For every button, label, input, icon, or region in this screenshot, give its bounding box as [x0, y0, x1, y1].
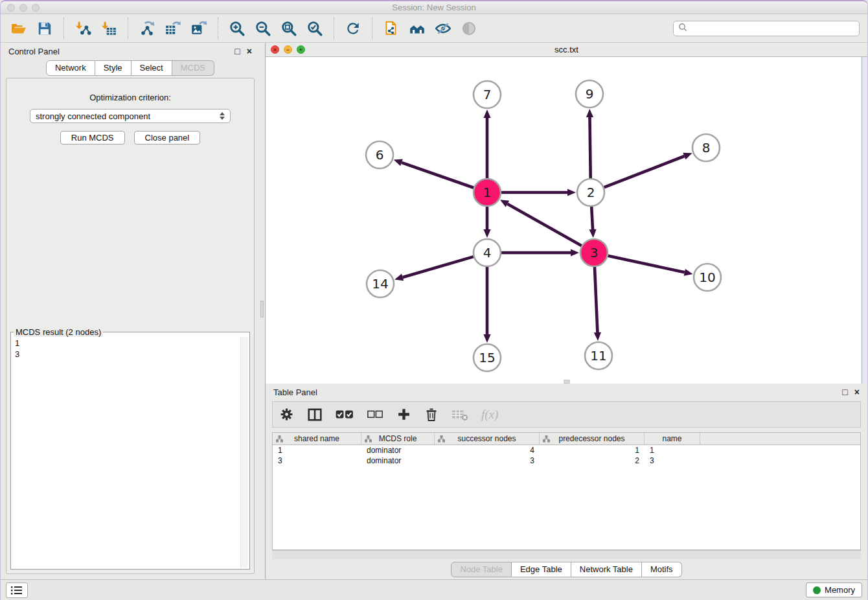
- edge-1-7[interactable]: [483, 110, 490, 178]
- node-14[interactable]: 14: [367, 270, 394, 297]
- column-header-shared-name[interactable]: shared name: [273, 433, 361, 444]
- edge-4-3[interactable]: [501, 249, 579, 256]
- float-table-panel-icon[interactable]: □: [842, 387, 847, 397]
- column-settings-gear-icon[interactable]: [279, 407, 294, 422]
- tab-select[interactable]: Select: [131, 60, 172, 76]
- import-table-icon[interactable]: [98, 17, 120, 40]
- edge-3-10[interactable]: [608, 256, 692, 276]
- hide-graphics-details-icon[interactable]: [432, 17, 454, 40]
- node-8[interactable]: 8: [692, 134, 720, 161]
- network-window-controls[interactable]: × − +: [271, 45, 305, 54]
- node-1[interactable]: 1: [474, 179, 501, 206]
- tab-edge-table[interactable]: Edge Table: [512, 562, 571, 577]
- run-mcds-button[interactable]: Run MCDS: [60, 131, 125, 144]
- table-cell[interactable]: dominator: [361, 456, 435, 465]
- column-tree-icon: [365, 435, 372, 444]
- edge-3-11[interactable]: [594, 267, 601, 341]
- float-panel-icon[interactable]: □: [234, 47, 240, 56]
- table-cell[interactable]: 3: [645, 456, 700, 465]
- column-header-successor-nodes[interactable]: successor nodes: [435, 433, 540, 444]
- memory-button[interactable]: Memory: [806, 583, 862, 597]
- node-2[interactable]: 2: [577, 179, 604, 206]
- tab-network[interactable]: Network: [46, 60, 95, 76]
- table-cell[interactable]: 3: [273, 456, 361, 465]
- tab-mcds[interactable]: MCDS: [172, 60, 214, 76]
- column-header-predecessor-nodes[interactable]: predecessor nodes: [540, 433, 645, 444]
- tab-style[interactable]: Style: [95, 60, 131, 76]
- zoom-fit-icon[interactable]: [278, 17, 300, 40]
- toggle-graphics-details-icon[interactable]: [458, 17, 480, 40]
- table-cell[interactable]: 4: [435, 446, 540, 455]
- edge-2-9[interactable]: [586, 109, 593, 178]
- node-3[interactable]: 3: [580, 239, 608, 266]
- close-window-button[interactable]: [7, 4, 15, 12]
- canvas-resize-grip[interactable]: [564, 380, 569, 384]
- save-session-icon[interactable]: [34, 17, 56, 40]
- close-panel-icon[interactable]: ×: [247, 47, 252, 56]
- split-view-icon[interactable]: [307, 407, 323, 422]
- node-4[interactable]: 4: [474, 239, 501, 266]
- network-graph[interactable]: 7968124314101511: [266, 57, 863, 384]
- window-controls[interactable]: [7, 4, 40, 12]
- tab-motifs[interactable]: Motifs: [642, 562, 682, 577]
- deselect-all-columns-icon[interactable]: [367, 410, 383, 419]
- edge-1-6[interactable]: [394, 159, 474, 188]
- splitter-grip[interactable]: [260, 301, 264, 317]
- import-network-icon[interactable]: [72, 17, 94, 40]
- clone-network-icon[interactable]: [380, 17, 402, 40]
- add-column-icon[interactable]: [396, 407, 411, 422]
- edge-3-1[interactable]: [500, 200, 582, 246]
- search-input[interactable]: [691, 23, 854, 34]
- close-panel-button[interactable]: Close panel: [134, 131, 201, 144]
- table-cell[interactable]: 3: [435, 456, 540, 465]
- tab-node-table[interactable]: Node Table: [451, 562, 512, 577]
- export-image-icon[interactable]: [188, 17, 210, 40]
- table-cell[interactable]: 2: [540, 456, 645, 465]
- close-table-panel-icon[interactable]: ×: [854, 387, 860, 397]
- table-row[interactable]: 3dominator323: [273, 456, 860, 466]
- network-minimize-button[interactable]: −: [284, 45, 292, 54]
- zoom-out-icon[interactable]: [252, 17, 274, 40]
- maximize-window-button[interactable]: [32, 4, 40, 12]
- zoom-selected-icon[interactable]: [304, 17, 326, 40]
- table-row[interactable]: 1dominator411: [273, 445, 860, 456]
- open-session-icon[interactable]: [8, 17, 30, 40]
- delete-column-icon[interactable]: [424, 407, 439, 422]
- node-15[interactable]: 15: [474, 344, 501, 371]
- node-10[interactable]: 10: [694, 264, 721, 291]
- table-cell[interactable]: 1: [645, 446, 700, 455]
- task-history-button[interactable]: [6, 583, 28, 598]
- edge-4-14[interactable]: [394, 257, 474, 281]
- table-cell[interactable]: dominator: [361, 446, 435, 455]
- network-maximize-button[interactable]: +: [297, 45, 305, 54]
- network-canvas[interactable]: 7968124314101511: [266, 57, 867, 384]
- optimization-criterion-label: Optimization criterion:: [6, 93, 254, 102]
- table-cell[interactable]: 1: [540, 446, 645, 455]
- column-header-name[interactable]: name: [645, 433, 700, 444]
- zoom-in-icon[interactable]: [226, 17, 248, 40]
- search-box[interactable]: [673, 21, 860, 36]
- panel-splitter[interactable]: [260, 43, 265, 579]
- edge-4-15[interactable]: [483, 267, 490, 343]
- first-neighbors-icon[interactable]: [406, 17, 428, 40]
- table-cell[interactable]: 1: [273, 446, 361, 455]
- network-close-button[interactable]: ×: [271, 45, 279, 54]
- node-7[interactable]: 7: [474, 81, 501, 108]
- node-6[interactable]: 6: [366, 141, 393, 168]
- export-network-icon[interactable]: [136, 17, 158, 40]
- select-all-columns-icon[interactable]: [336, 410, 354, 419]
- result-scrollbar[interactable]: [240, 337, 248, 568]
- edge-2-8[interactable]: [604, 153, 692, 187]
- refresh-icon[interactable]: [342, 17, 364, 40]
- tab-network-table[interactable]: Network Table: [571, 562, 642, 577]
- node-9[interactable]: 9: [576, 80, 603, 108]
- node-11[interactable]: 11: [585, 342, 612, 369]
- network-vertical-scrollbar[interactable]: [862, 57, 867, 384]
- edge-1-4[interactable]: [483, 207, 490, 238]
- edge-1-2[interactable]: [501, 189, 576, 196]
- edge-2-3[interactable]: [589, 207, 596, 238]
- export-table-icon[interactable]: [162, 17, 184, 40]
- column-header-mcds-role[interactable]: MCDS role: [361, 433, 435, 444]
- minimize-window-button[interactable]: [19, 4, 27, 12]
- criterion-select[interactable]: strongly connected component: [30, 109, 231, 123]
